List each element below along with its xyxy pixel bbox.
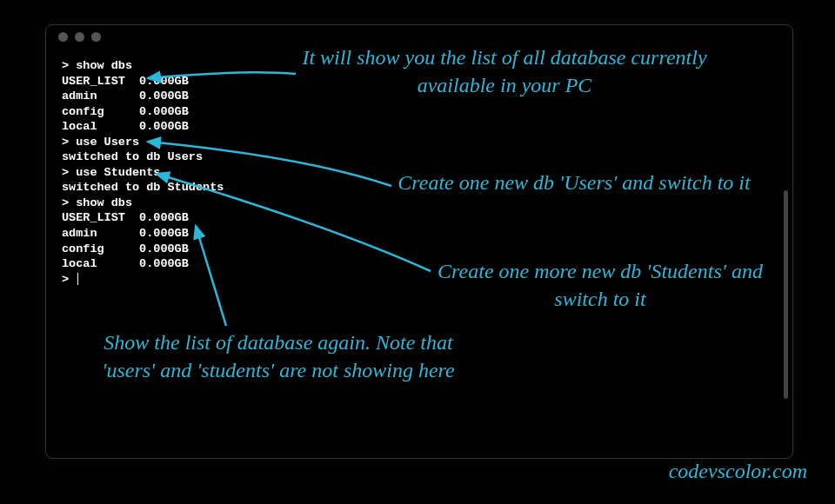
terminal-line: config 0.000GB (62, 242, 777, 257)
minimize-icon[interactable] (75, 32, 84, 42)
annotation-use-users: Create one new db 'Users' and switch to … (383, 169, 765, 196)
terminal-line: local 0.000GB (62, 119, 777, 135)
prompt-text: > (62, 273, 76, 286)
scrollbar[interactable] (784, 190, 788, 399)
maximize-icon[interactable] (91, 32, 101, 42)
close-icon[interactable] (58, 32, 68, 42)
annotation-use-students: Create one more new db 'Students' and sw… (426, 257, 774, 314)
terminal-line: USER_LIST 0.000GB (62, 210, 777, 226)
annotation-show-dbs: It will show you the list of all databas… (296, 43, 713, 100)
terminal-line: config 0.000GB (62, 104, 777, 120)
cursor-icon (77, 273, 78, 285)
annotation-show-dbs-again: Show the list of database again. Note th… (91, 328, 465, 385)
watermark: codevscolor.com (669, 460, 807, 483)
terminal-line: > show dbs (62, 196, 777, 211)
terminal-line: admin 0.000GB (62, 226, 777, 242)
terminal-line: switched to db Users (62, 149, 777, 165)
terminal-line: > use Users (62, 135, 777, 150)
